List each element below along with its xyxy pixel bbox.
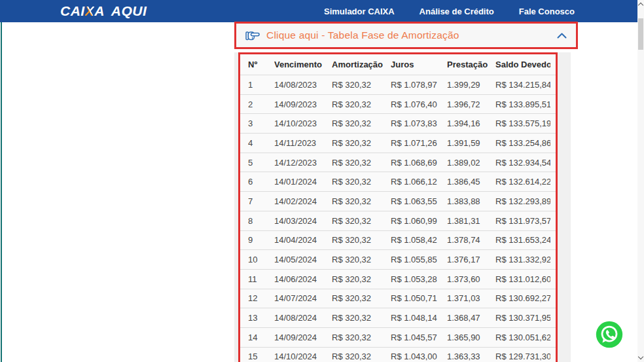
table-row: 1414/09/2024R$ 320,32R$ 1.045,571.365,90…: [240, 327, 556, 347]
table-cell: 5: [248, 158, 274, 168]
table-cell: 1.378,74: [447, 235, 495, 245]
table-cell: R$ 131.332,92: [495, 255, 550, 264]
pointing-hand-icon: [245, 30, 260, 41]
table-cell: R$ 1.068,69: [391, 158, 447, 168]
scroll-up-icon[interactable]: [638, 3, 643, 8]
table-cell: R$ 320,32: [332, 255, 391, 264]
table-cell: R$ 132.934,54: [495, 158, 550, 168]
table-row: 414/11/2023R$ 320,32R$ 1.071,261.391,59R…: [240, 133, 556, 153]
table-cell: 14/10/2024: [274, 352, 332, 361]
table-cell: 1: [248, 80, 274, 90]
table-cell: 3: [248, 118, 274, 128]
table-cell: 14: [248, 333, 274, 342]
table-cell: 14/03/2024: [274, 216, 332, 226]
table-cell: 1.389,02: [447, 158, 495, 168]
table-cell: R$ 320,32: [332, 118, 391, 128]
table-cell: 1.368,47: [447, 313, 495, 323]
nav-item-analise-de-credito[interactable]: Análise de Crédito: [420, 7, 494, 16]
table-row: 214/09/2023R$ 320,32R$ 1.076,401.396,72R…: [240, 94, 556, 114]
table-cell: R$ 320,32: [332, 313, 391, 323]
table-cell: R$ 1.060,99: [391, 216, 447, 226]
table-cell: 1.363,33: [447, 352, 495, 361]
table-cell: 6: [248, 177, 274, 187]
table-row: 114/08/2023R$ 320,32R$ 1.078,971.399,29R…: [240, 75, 556, 94]
table-row: 1314/08/2024R$ 320,32R$ 1.048,141.368,47…: [240, 308, 556, 327]
table-cell: 14/10/2023: [274, 118, 332, 128]
logo-caixa-prefix: CAI: [60, 3, 85, 19]
table-cell: R$ 131.653,24: [495, 235, 550, 245]
logo-aqui: AQUI: [111, 3, 147, 19]
accordion-title: Clique aqui - Tabela Fase de Amortização: [266, 29, 459, 41]
table-cell: R$ 320,32: [332, 293, 391, 303]
table-cell: 14/09/2024: [274, 333, 332, 342]
table-cell: 13: [248, 313, 274, 323]
table-cell: 14/07/2024: [274, 293, 332, 303]
whatsapp-chat-button[interactable]: [595, 320, 624, 349]
table-row: 1114/06/2024R$ 320,32R$ 1.053,281.373,60…: [240, 269, 556, 289]
table-header-row: Nº Vencimento Amortização Juros Prestaçã…: [240, 54, 556, 75]
chevron-up-icon[interactable]: [557, 33, 567, 39]
table-row: 814/03/2024R$ 320,32R$ 1.060,991.381,31R…: [240, 211, 556, 230]
table-cell: R$ 1.076,40: [391, 100, 447, 109]
table-cell: 1.386,45: [447, 177, 495, 187]
table-cell: R$ 320,32: [332, 352, 391, 361]
table-cell: R$ 133.895,51: [495, 100, 550, 109]
table-row: 614/01/2024R$ 320,32R$ 1.066,121.386,45R…: [240, 172, 556, 191]
table-cell: R$ 129.731,30: [495, 352, 550, 361]
table-cell: 1.373,60: [447, 274, 495, 284]
table-cell: R$ 320,32: [332, 100, 391, 109]
table-cell: 1.376,17: [447, 255, 495, 264]
table-cell: R$ 320,32: [332, 80, 391, 90]
table-cell: 14/12/2023: [274, 158, 332, 168]
table-cell: R$ 1.050,71: [391, 293, 447, 303]
scroll-down-icon[interactable]: [638, 354, 643, 359]
table-cell: R$ 320,32: [332, 274, 391, 284]
table-cell: 9: [248, 235, 274, 245]
nav-item-simulador-caixa[interactable]: Simulador CAIXA: [324, 7, 395, 16]
col-header-prestacao: Prestação: [447, 60, 495, 69]
table-row: 1014/05/2024R$ 320,32R$ 1.055,851.376,17…: [240, 249, 556, 269]
table-cell: 14/09/2023: [274, 100, 332, 109]
table-cell: R$ 320,32: [332, 216, 391, 226]
table-cell: R$ 320,32: [332, 235, 391, 245]
table-row: 1514/10/2024R$ 320,32R$ 1.043,001.363,33…: [240, 347, 556, 362]
table-cell: R$ 131.012,60: [495, 274, 550, 284]
scrollbar-thumb[interactable]: [638, 18, 643, 50]
table-cell: R$ 320,32: [332, 138, 391, 148]
col-header-vencimento: Vencimento: [274, 60, 332, 69]
accordion-body: Nº Vencimento Amortização Juros Prestaçã…: [234, 52, 571, 362]
table-cell: R$ 132.614,22: [495, 177, 550, 187]
table-cell: 7: [248, 196, 274, 206]
accordion-header[interactable]: Clique aqui - Tabela Fase de Amortização: [234, 22, 578, 49]
table-cell: R$ 130.371,95: [495, 313, 550, 323]
nav-item-fale-conosco[interactable]: Fale Conosco: [519, 7, 575, 16]
table-cell: R$ 320,32: [332, 333, 391, 342]
table-cell: 1.391,59: [447, 138, 495, 148]
table-cell: R$ 1.043,00: [391, 352, 447, 361]
table-row: 314/10/2023R$ 320,32R$ 1.073,831.394,16R…: [240, 113, 556, 133]
table-cell: 8: [248, 216, 274, 226]
table-cell: R$ 1.066,12: [391, 177, 447, 187]
table-cell: 14/02/2024: [274, 196, 332, 206]
col-header-juros: Juros: [391, 60, 447, 69]
table-cell: 1.394,16: [447, 118, 495, 128]
table-cell: 10: [248, 255, 274, 264]
table-body: 114/08/2023R$ 320,32R$ 1.078,971.399,29R…: [240, 75, 556, 362]
table-cell: R$ 320,32: [332, 177, 391, 187]
table-cell: 14/11/2023: [274, 138, 332, 148]
table-row: 914/04/2024R$ 320,32R$ 1.058,421.378,74R…: [240, 230, 556, 250]
table-cell: 2: [248, 100, 274, 109]
table-cell: R$ 1.078,97: [391, 80, 447, 90]
vertical-scrollbar[interactable]: [637, 0, 644, 362]
amortization-table: Nº Vencimento Amortização Juros Prestaçã…: [238, 52, 558, 362]
table-cell: R$ 1.048,14: [391, 313, 447, 323]
table-row: 1214/07/2024R$ 320,32R$ 1.050,711.371,03…: [240, 289, 556, 308]
table-row: 714/02/2024R$ 320,32R$ 1.063,551.383,88R…: [240, 191, 556, 211]
caixa-aqui-logo[interactable]: CAIXA AQUI: [60, 0, 147, 22]
table-cell: 14/01/2024: [274, 177, 332, 187]
table-cell: 1.365,90: [447, 333, 495, 342]
table-cell: R$ 1.058,42: [391, 235, 447, 245]
table-cell: 14/05/2024: [274, 255, 332, 264]
table-cell: 4: [248, 138, 274, 148]
table-cell: 1.399,29: [447, 80, 495, 90]
